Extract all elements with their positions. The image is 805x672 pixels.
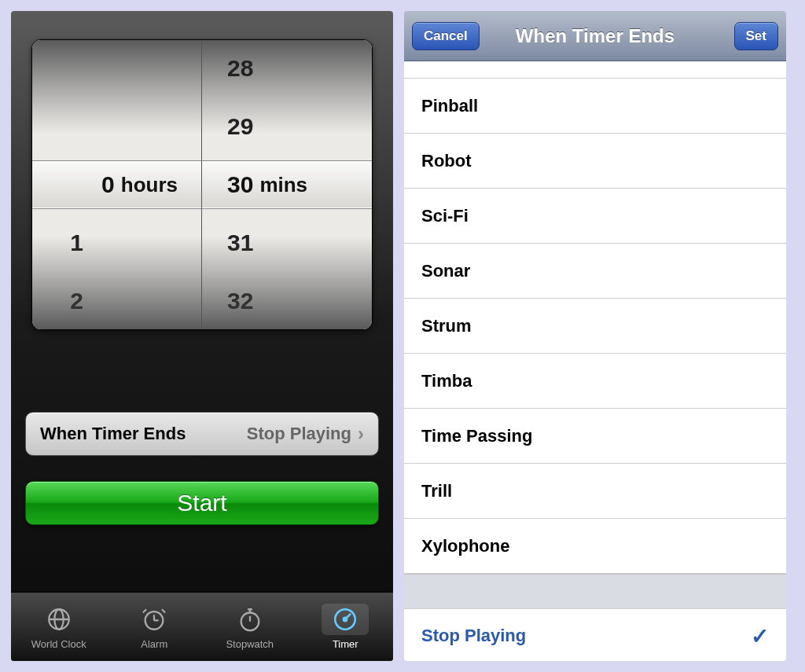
svg-point-8 — [241, 613, 259, 631]
tab-label: Timer — [333, 638, 358, 650]
mins-value: 30 — [227, 171, 253, 198]
globe-icon — [35, 604, 83, 635]
hours-unit: hours — [121, 173, 178, 197]
stopwatch-icon — [226, 604, 274, 635]
sound-label: Sonar — [421, 261, 470, 281]
sound-picker-screen: Cancel When Timer Ends Set Pinball Robot… — [404, 11, 786, 661]
timer-screen: . . . 1 2 0 hours 28 29 . 31 32 30 mins — [11, 11, 393, 661]
tab-label: World Clock — [31, 638, 86, 650]
sound-label: Pinball — [421, 96, 478, 116]
sound-label: Trill — [421, 481, 452, 501]
when-timer-ends-value: Stop Playing — [247, 424, 351, 444]
list-item[interactable]: Timba — [404, 354, 786, 409]
picker-item: 31 — [202, 214, 372, 272]
checkmark-icon: ✓ — [751, 623, 769, 649]
tab-world-clock[interactable]: World Clock — [11, 593, 107, 661]
tab-label: Alarm — [141, 638, 167, 650]
list-item[interactable]: Sci-Fi — [404, 189, 786, 244]
set-button[interactable]: Set — [734, 22, 778, 50]
time-picker[interactable]: . . . 1 2 0 hours 28 29 . 31 32 30 mins — [31, 39, 373, 330]
hours-wheel[interactable]: . . . 1 2 0 hours — [32, 40, 202, 329]
start-button[interactable]: Start — [25, 481, 379, 525]
sound-label: Strum — [421, 316, 472, 336]
minutes-wheel[interactable]: 28 29 . 31 32 30 mins — [202, 40, 372, 329]
list-item[interactable] — [404, 61, 786, 79]
picker-item: 1 — [32, 214, 201, 272]
svg-line-6 — [143, 609, 146, 612]
timer-icon — [322, 604, 369, 635]
list-item[interactable]: Pinball — [404, 79, 786, 134]
sound-label: Robot — [421, 151, 472, 171]
section-separator — [404, 574, 786, 608]
tab-alarm[interactable]: Alarm — [107, 593, 203, 661]
start-label: Start — [177, 490, 226, 516]
list-item[interactable]: Robot — [404, 134, 786, 189]
svg-point-14 — [344, 618, 347, 621]
list-item[interactable]: Trill — [404, 464, 786, 519]
tab-stopwatch[interactable]: Stopwatch — [202, 593, 298, 661]
alarm-clock-icon — [130, 604, 178, 635]
cancel-button[interactable]: Cancel — [412, 22, 480, 50]
list-item[interactable]: Sonar — [404, 244, 786, 299]
picker-item: 32 — [202, 272, 372, 330]
sound-label: Timba — [421, 371, 472, 391]
list-item[interactable]: Strum — [404, 299, 786, 354]
svg-line-7 — [162, 609, 165, 612]
hours-value: 0 — [101, 171, 115, 198]
sound-label: Xylophone — [421, 536, 509, 556]
sound-label: Time Passing — [421, 426, 532, 446]
chevron-right-icon: › — [358, 423, 364, 445]
when-timer-ends-label: When Timer Ends — [40, 424, 186, 444]
when-timer-ends-row[interactable]: When Timer Ends Stop Playing › — [25, 412, 379, 456]
stop-playing-label: Stop Playing — [421, 626, 526, 646]
tab-label: Stopwatch — [226, 638, 274, 650]
mins-unit: mins — [259, 173, 307, 197]
list-item[interactable]: Xylophone — [404, 519, 786, 574]
mins-selected: 30 mins — [202, 160, 372, 209]
picker-item: 2 — [32, 272, 201, 330]
list-item[interactable]: Time Passing — [404, 409, 786, 464]
sound-list[interactable]: Pinball Robot Sci-Fi Sonar Strum Timba T… — [404, 61, 786, 661]
tab-bar: World Clock Alarm Stopwatch Timer — [11, 592, 393, 661]
list-item-stop-playing[interactable]: Stop Playing ✓ — [404, 608, 786, 661]
nav-bar: Cancel When Timer Ends Set — [404, 11, 786, 61]
picker-item: 28 — [202, 39, 372, 97]
picker-item: 29 — [202, 97, 372, 156]
tab-timer[interactable]: Timer — [298, 593, 394, 661]
sound-label: Sci-Fi — [421, 206, 469, 226]
hours-selected: 0 hours — [32, 160, 201, 209]
